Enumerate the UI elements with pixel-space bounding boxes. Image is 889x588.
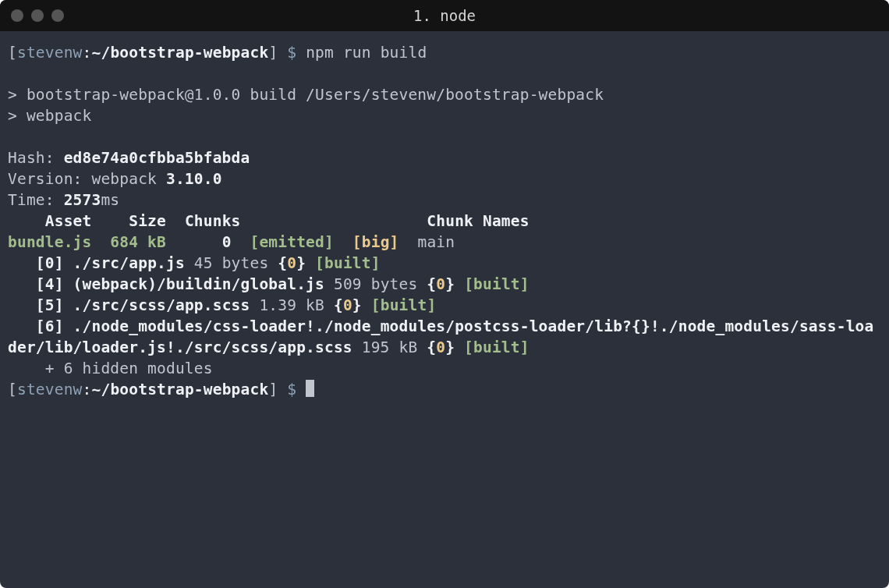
time-unit: ms: [101, 191, 119, 209]
header-size: Size: [129, 212, 166, 230]
module-id: [0]: [36, 254, 64, 272]
bracket-open: [: [8, 381, 17, 398]
hash-value: ed8e74a0cfbba5bfabda: [64, 149, 250, 167]
module-built: [built]: [371, 296, 437, 314]
module-row: [6] ./node_modules/css-loader!./node_mod…: [8, 317, 873, 356]
bracket-open: [: [8, 44, 17, 62]
chunk-brace-open: {: [427, 275, 436, 293]
chunk-brace-close: }: [445, 275, 464, 293]
command-text: npm run build: [306, 44, 427, 62]
prompt-path: ~/bootstrap-webpack: [92, 381, 269, 398]
prompt-colon: :: [83, 44, 92, 62]
header-chunk-names: Chunk Names: [427, 212, 529, 230]
module-built: [built]: [315, 254, 381, 272]
module-id: [4]: [36, 275, 64, 293]
prompt-path: ~/bootstrap-webpack: [92, 44, 269, 62]
module-row: [5] ./src/scss/app.scss 1.39 kB {0} [bui…: [8, 296, 436, 314]
time-label: Time:: [8, 191, 64, 209]
module-chunk: 0: [436, 275, 445, 293]
cursor-icon: [306, 380, 314, 397]
version-value: 3.10.0: [166, 170, 222, 188]
hash-line: Hash: ed8e74a0cfbba5bfabda: [8, 149, 250, 167]
module-size: 509 bytes: [324, 275, 427, 293]
bundle-name: main: [417, 233, 455, 251]
title-bar: 1. node: [0, 0, 889, 31]
prompt-user: stevenw: [17, 381, 83, 398]
script-echo-line1: > bootstrap-webpack@1.0.0 build /Users/s…: [8, 86, 604, 104]
chunk-brace-close: }: [445, 338, 464, 356]
bracket-close: ]: [268, 44, 278, 62]
bundle-big: [big]: [352, 233, 399, 251]
prompt-symbol: $: [278, 44, 306, 62]
module-chunk: 0: [436, 338, 445, 356]
module-size: 45 bytes: [185, 254, 278, 272]
prompt-symbol: $: [278, 381, 306, 398]
module-row: [4] (webpack)/buildin/global.js 509 byte…: [8, 275, 530, 293]
version-line: Version: webpack 3.10.0: [8, 170, 222, 188]
module-row: [0] ./src/app.js 45 bytes {0} [built]: [8, 254, 381, 272]
prompt-line: [stevenw:~/bootstrap-webpack] $ npm run …: [8, 44, 427, 62]
chunk-brace-open: {: [427, 338, 436, 356]
prompt-line: [stevenw:~/bootstrap-webpack] $: [8, 381, 314, 398]
prompt-user: stevenw: [17, 44, 83, 62]
header-asset: Asset: [45, 212, 92, 230]
module-path: ./src/scss/app.scss: [73, 296, 250, 314]
chunk-brace-open: {: [334, 296, 343, 314]
hidden-modules: + 6 hidden modules: [8, 360, 213, 377]
module-path: ./src/app.js: [73, 254, 185, 272]
hash-label: Hash:: [8, 149, 64, 167]
module-path: (webpack)/buildin/global.js: [73, 275, 324, 293]
chunk-brace-open: {: [278, 254, 287, 272]
bundle-chunk-id: 0: [222, 233, 232, 251]
script-echo-line2: > webpack: [8, 107, 91, 125]
module-size: 195 kB: [352, 338, 427, 356]
module-built: [built]: [464, 275, 530, 293]
time-line: Time: 2573ms: [8, 191, 119, 209]
bracket-close: ]: [268, 381, 278, 398]
bundle-emitted: [emitted]: [250, 233, 333, 251]
window-title: 1. node: [0, 5, 889, 27]
chunk-brace-close: }: [296, 254, 315, 272]
chunk-brace-close: }: [352, 296, 371, 314]
module-chunk: 0: [343, 296, 352, 314]
bundle-size: 684 kB: [110, 233, 166, 251]
module-id: [5]: [36, 296, 64, 314]
version-label: Version: webpack: [8, 170, 166, 188]
bundle-row: bundle.js 684 kB 0 [emitted] [big] main: [8, 233, 455, 251]
prompt-colon: :: [83, 381, 92, 398]
terminal-window: 1. node [stevenw:~/bootstrap-webpack] $ …: [0, 0, 889, 588]
terminal-body[interactable]: [stevenw:~/bootstrap-webpack] $ npm run …: [0, 31, 889, 588]
module-id: [6]: [36, 317, 64, 335]
table-header-row: Asset Size Chunks Chunk Names: [8, 212, 530, 230]
module-chunk: 0: [287, 254, 296, 272]
header-chunks: Chunks: [185, 212, 241, 230]
module-size: 1.39 kB: [250, 296, 333, 314]
time-value: 2573: [64, 191, 101, 209]
module-built: [built]: [464, 338, 530, 356]
bundle-file: bundle.js: [8, 233, 91, 251]
